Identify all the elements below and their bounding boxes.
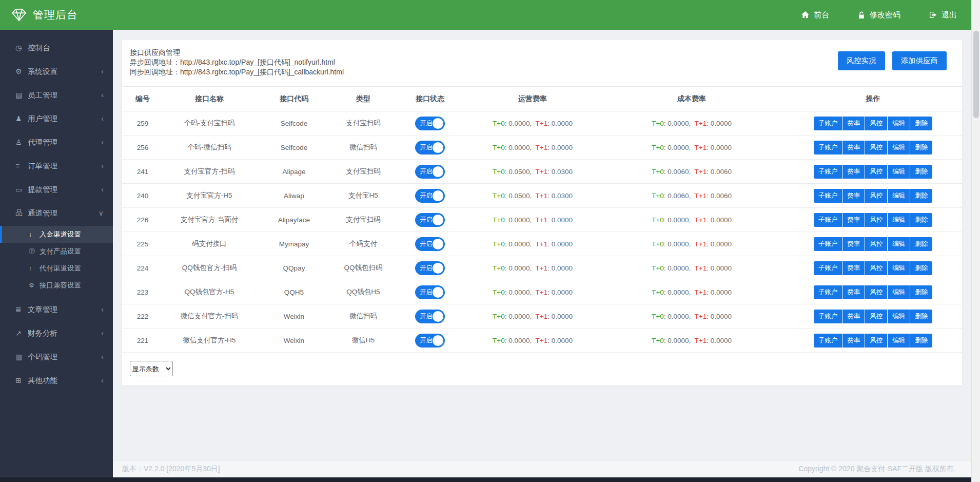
status-toggle[interactable]: 开启 [415, 261, 445, 275]
rate-button[interactable]: 费率 [842, 310, 865, 323]
delete-button[interactable]: 删除 [910, 310, 932, 323]
sidebar-item-other[interactable]: ⊞其他功能‹ [0, 369, 113, 392]
risk-button[interactable]: 风控 [865, 237, 887, 251]
delete-button[interactable]: 删除 [910, 117, 932, 130]
subaccount-button[interactable]: 子账户 [814, 165, 842, 179]
cell-type: QQ钱包扫码 [332, 256, 394, 280]
status-toggle[interactable]: 开启 [415, 237, 445, 251]
subaccount-button[interactable]: 子账户 [814, 285, 842, 299]
edit-button[interactable]: 编辑 [888, 213, 910, 227]
frontend-link[interactable]: 前台 [801, 10, 829, 20]
risk-monitor-button[interactable]: 风控实况 [838, 51, 885, 70]
sidebar-menu: ◷控制台⚙系统设置‹▤员工管理‹♟用户管理‹♙代理管理‹≡订单管理‹▭提款管理‹… [0, 36, 113, 392]
edit-button[interactable]: 编辑 [888, 285, 910, 299]
edit-button[interactable]: 编辑 [888, 261, 910, 275]
edit-button[interactable]: 编辑 [888, 334, 910, 348]
risk-button[interactable]: 风控 [865, 334, 887, 348]
rate-button[interactable]: 费率 [842, 141, 865, 155]
edit-button[interactable]: 编辑 [888, 141, 910, 155]
rate-button[interactable]: 费率 [842, 213, 865, 227]
subaccount-button[interactable]: 子账户 [814, 261, 842, 275]
cell-id: 222 [122, 304, 163, 329]
add-provider-button[interactable]: 添加供应商 [892, 51, 947, 70]
sidebar-subitem-payout-channel[interactable]: ↑代付渠道设置 [0, 260, 113, 277]
subaccount-button[interactable]: 子账户 [814, 237, 842, 251]
subaccount-button[interactable]: 子账户 [814, 334, 842, 348]
rate-button[interactable]: 费率 [842, 237, 865, 251]
status-toggle[interactable]: 开启 [415, 334, 445, 348]
cell-operating-rate: T+0: 0.0000, T+1: 0.0000 [466, 304, 599, 329]
risk-button[interactable]: 风控 [865, 285, 887, 299]
cell-name: 支付宝官方-扫码 [163, 160, 256, 184]
brand: 管理后台 [11, 8, 78, 22]
sidebar-item-system[interactable]: ⚙系统设置‹ [0, 60, 113, 83]
edit-button[interactable]: 编辑 [888, 189, 910, 203]
risk-button[interactable]: 风控 [865, 117, 887, 130]
sidebar-subitem-api-compat[interactable]: ⚙接口兼容设置 [0, 277, 113, 294]
edit-button[interactable]: 编辑 [888, 237, 910, 251]
sidebar-item-console[interactable]: ◷控制台 [0, 36, 113, 60]
scrollbar-track[interactable] [971, 0, 980, 482]
risk-button[interactable]: 风控 [865, 189, 887, 203]
subaccount-button[interactable]: 子账户 [814, 141, 842, 155]
delete-button[interactable]: 删除 [910, 285, 932, 299]
edit-button[interactable]: 编辑 [888, 117, 910, 130]
delete-button[interactable]: 删除 [910, 261, 932, 275]
sidebar-item-agent[interactable]: ♙代理管理‹ [0, 130, 113, 154]
edit-button[interactable]: 编辑 [888, 310, 910, 323]
risk-button[interactable]: 风控 [865, 310, 887, 323]
sidebar-item-withdraw[interactable]: ▭提款管理‹ [0, 178, 113, 201]
delete-button[interactable]: 删除 [910, 141, 932, 155]
rate-button[interactable]: 费率 [842, 334, 865, 348]
provider-card: 接口供应商管理 异步回调地址：http://843.rglxc.top/Pay_… [122, 40, 962, 385]
risk-button[interactable]: 风控 [865, 261, 887, 275]
t0-label: T+0 [493, 168, 505, 176]
rate-button[interactable]: 费率 [842, 189, 865, 203]
rate-button[interactable]: 费率 [842, 165, 865, 179]
status-toggle[interactable]: 开启 [415, 285, 445, 299]
sidebar-item-personal-code[interactable]: ▦个码管理‹ [0, 345, 113, 369]
sidebar-item-staff[interactable]: ▤员工管理‹ [0, 83, 113, 107]
t1-label: T+1 [536, 120, 548, 127]
status-toggle[interactable]: 开启 [415, 189, 445, 203]
status-toggle[interactable]: 开启 [415, 141, 445, 155]
status-toggle[interactable]: 开启 [415, 310, 445, 323]
subaccount-button[interactable]: 子账户 [814, 117, 842, 130]
risk-button[interactable]: 风控 [865, 165, 887, 179]
cell-operating-rate: T+0: 0.0000, T+1: 0.0000 [466, 136, 599, 160]
sidebar-item-articles[interactable]: ≣文章管理‹ [0, 298, 113, 321]
risk-button[interactable]: 风控 [865, 141, 887, 155]
sidebar-item-channel[interactable]: 品通道管理∨ [0, 201, 113, 225]
column-header: 操作 [784, 87, 962, 111]
t0-label: T+0 [652, 144, 664, 151]
subaccount-button[interactable]: 子账户 [814, 310, 842, 323]
sidebar-subitem-pay-product[interactable]: Ⓟ支付产品设置 [0, 243, 113, 260]
sidebar-subitem-deposit-channel[interactable]: ↓入金渠道设置 [0, 226, 113, 243]
delete-button[interactable]: 删除 [910, 237, 932, 251]
delete-button[interactable]: 删除 [910, 334, 932, 348]
delete-button[interactable]: 删除 [910, 213, 932, 227]
status-toggle[interactable]: 开启 [415, 117, 445, 130]
logout-link[interactable]: 退出 [929, 10, 957, 20]
row-actions: 子账户费率风控编辑删除 [814, 334, 933, 348]
sidebar-item-finance[interactable]: ↗财务分析‹ [0, 321, 113, 345]
page-size-select[interactable]: 显示条数 [130, 361, 173, 376]
status-toggle[interactable]: 开启 [415, 165, 445, 179]
rate-button[interactable]: 费率 [842, 261, 865, 275]
edit-button[interactable]: 编辑 [888, 165, 910, 179]
sidebar-item-users[interactable]: ♟用户管理‹ [0, 107, 113, 130]
sidebar-item-orders[interactable]: ≡订单管理‹ [0, 154, 113, 178]
rate-button[interactable]: 费率 [842, 285, 865, 299]
chevron-left-icon: ‹ [101, 305, 104, 314]
status-toggle[interactable]: 开启 [415, 213, 445, 227]
delete-button[interactable]: 删除 [910, 165, 932, 179]
rate-button[interactable]: 费率 [842, 117, 865, 130]
delete-button[interactable]: 删除 [910, 189, 932, 203]
subaccount-button[interactable]: 子账户 [814, 189, 842, 203]
risk-button[interactable]: 风控 [865, 213, 887, 227]
toggle-label: 开启 [420, 119, 433, 128]
subaccount-button[interactable]: 子账户 [814, 213, 842, 227]
gears-icon: ⚙ [29, 282, 40, 289]
scrollbar-thumb[interactable] [973, 31, 979, 118]
change-password-link[interactable]: 修改密码 [858, 10, 900, 20]
